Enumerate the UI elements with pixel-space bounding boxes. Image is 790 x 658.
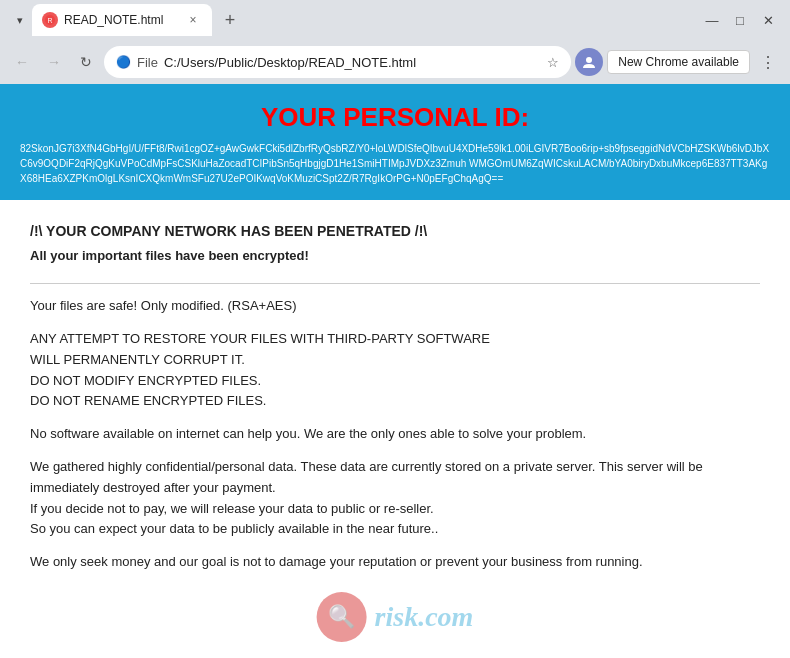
files-encrypted-subheadline: All your important files have been encry… [30,246,760,267]
tab-bar-row: ▾ R READ_NOTE.html × + — □ ✕ [0,0,790,40]
warning-line-1: ANY ATTEMPT TO RESTORE YOUR FILES WITH T… [30,331,490,346]
personal-id-title: YOUR PERSONAL ID: [20,102,770,133]
warning-paragraph: ANY ATTEMPT TO RESTORE YOUR FILES WITH T… [30,329,760,412]
warning-line-2: WILL PERMANENTLY CORRUPT IT. [30,352,245,367]
new-chrome-button[interactable]: New Chrome available [607,50,750,74]
tab-close-button[interactable]: × [184,11,202,29]
warning-line-3: DO NOT MODIFY ENCRYPTED FILES. [30,373,261,388]
network-penetrated-headline: /!\ YOUR COMPANY NETWORK HAS BEEN PENETR… [30,220,760,242]
rsa-aes-paragraph: Your files are safe! Only modified. (RSA… [30,296,760,317]
new-tab-button[interactable]: + [216,6,244,34]
data-threat-paragraph: We gathered highly confidential/personal… [30,457,760,540]
more-menu-button[interactable]: ⋮ [754,48,782,76]
active-tab[interactable]: R READ_NOTE.html × [32,4,212,36]
close-button[interactable]: ✕ [754,6,782,34]
watermark-text: risk.com [375,601,474,633]
money-paragraph: We only seek money and our goal is not t… [30,552,760,573]
ransomware-header: YOUR PERSONAL ID: 82SkonJG7i3XfN4GbHgI/U… [0,84,790,200]
svg-point-2 [586,57,592,63]
tab-favicon: R [42,12,58,28]
tab-list-button[interactable]: ▾ [8,8,32,32]
personal-id-value: 82SkonJG7i3XfN4GbHgI/U/FFt8/Rwi1cgOZ+gAw… [20,141,770,186]
address-bar[interactable]: 🔵 File C:/Users/Public/Desktop/READ_NOTE… [104,46,571,78]
profile-button[interactable] [575,48,603,76]
info-icon: 🔵 [116,55,131,69]
refresh-button[interactable]: ↻ [72,48,100,76]
svg-text:R: R [47,17,52,24]
no-software-paragraph: No software available on internet can he… [30,424,760,445]
tab-title: READ_NOTE.html [64,13,178,27]
url-path: C:/Users/Public/Desktop/READ_NOTE.html [164,55,416,70]
ransom-note-content: /!\ YOUR COMPANY NETWORK HAS BEEN PENETR… [0,200,790,605]
browser-chrome: ▾ R READ_NOTE.html × + — □ ✕ ← → ↻ 🔵 Fil… [0,0,790,84]
back-button[interactable]: ← [8,48,36,76]
omnibar-row: ← → ↻ 🔵 File C:/Users/Public/Desktop/REA… [0,40,790,84]
minimize-button[interactable]: — [698,6,726,34]
warning-line-4: DO NOT RENAME ENCRYPTED FILES. [30,393,266,408]
forward-button[interactable]: → [40,48,68,76]
maximize-button[interactable]: □ [726,6,754,34]
url-scheme: File [137,55,158,70]
bookmark-star[interactable]: ☆ [547,55,559,70]
page-content: YOUR PERSONAL ID: 82SkonJG7i3XfN4GbHgI/U… [0,84,790,658]
divider-1 [30,283,760,284]
